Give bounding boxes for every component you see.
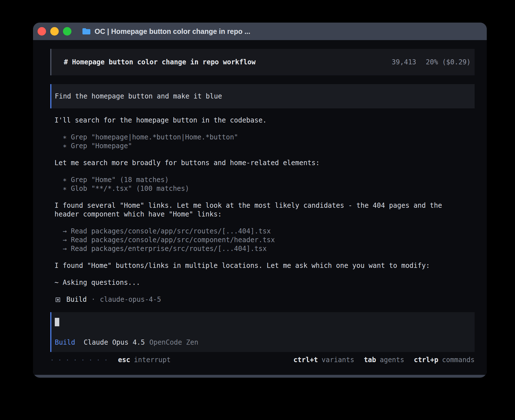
zoom-button[interactable] — [63, 27, 71, 36]
provider-label: OpenCode Zen — [149, 338, 198, 347]
terminal-window: OC | Homepage button color change in rep… — [33, 23, 487, 378]
session-stats: 39,413 20% ($0.29) — [392, 58, 471, 67]
tool-call-line: → Read packages/console/app/src/componen… — [63, 236, 475, 244]
transcript: I'll search for the homepage button in t… — [50, 116, 475, 304]
terminal-content: # Homepage button color change in repo w… — [33, 40, 487, 375]
prompt-input[interactable]: Build Claude Opus 4.5 OpenCode Zen — [50, 312, 475, 352]
agent-name: Build — [66, 295, 87, 304]
assistant-message: I'll search for the homepage button in t… — [54, 116, 475, 125]
traffic-lights — [38, 27, 71, 36]
window-title: OC | Homepage button color change in rep… — [95, 27, 250, 36]
square-dot-icon — [56, 298, 60, 302]
assistant-message: Let me search more broadly for buttons a… — [54, 159, 475, 167]
tool-call-line: ∗ Grep "Home" (18 matches) — [63, 176, 475, 184]
esc-shortcut: esc interrupt — [118, 356, 171, 364]
tool-call-group: ∗ Grep "Home" (18 matches) ∗ Glob "**/*.… — [54, 176, 475, 193]
assistant-status: ~ Asking questions... — [54, 278, 475, 287]
user-message-text: Find the homepage button and make it blu… — [55, 92, 222, 101]
spinner-dots: ········ — [50, 356, 112, 364]
agent-separator: · — [91, 295, 95, 304]
tool-call-line: → Read packages/console/app/src/routes/[… — [63, 227, 475, 236]
token-count: 39,413 — [392, 58, 416, 67]
tool-call-line: ∗ Grep "homepage|home.*button|Home.*butt… — [63, 133, 475, 142]
esc-label: interrupt — [134, 356, 171, 364]
close-button[interactable] — [38, 27, 46, 36]
model-label: Claude Opus 4.5 — [84, 338, 145, 347]
input-meta: Build Claude Opus 4.5 OpenCode Zen — [55, 338, 475, 347]
agent-model: claude-opus-4-5 — [100, 295, 161, 304]
window-titlebar[interactable]: OC | Homepage button color change in rep… — [33, 23, 487, 40]
mode-label: Build — [55, 338, 75, 347]
tool-call-line: → Read packages/enterprise/src/routes/[.… — [63, 244, 475, 253]
session-title: # Homepage button color change in repo w… — [64, 58, 256, 67]
assistant-message: I found several "Home" links. Let me loo… — [54, 201, 475, 219]
shortcut-variants: ctrl+t variants — [293, 356, 354, 364]
agent-status-line: Build · claude-opus-4-5 — [54, 295, 475, 304]
text-cursor — [55, 318, 59, 326]
tool-call-line: ∗ Glob "**/*.tsx" (100 matches) — [63, 184, 475, 193]
user-message: Find the homepage button and make it blu… — [50, 84, 475, 108]
shortcut-agents: tab agents — [364, 356, 404, 364]
assistant-message: I found "Home" buttons/links in multiple… — [54, 261, 475, 270]
tool-call-line: ∗ Grep "Homepage" — [63, 142, 475, 150]
tool-call-group: ∗ Grep "homepage|home.*button|Home.*butt… — [54, 133, 475, 150]
esc-key: esc — [118, 356, 130, 364]
context-cost: 20% ($0.29) — [426, 58, 471, 67]
shortcut-hints: ctrl+t variants tab agents ctrl+p comman… — [293, 356, 475, 364]
shortcut-commands: ctrl+p commands — [414, 356, 475, 364]
folder-icon — [82, 28, 91, 35]
tool-call-group: → Read packages/console/app/src/routes/[… — [54, 227, 475, 253]
minimize-button[interactable] — [50, 27, 59, 36]
session-header: # Homepage button color change in repo w… — [50, 49, 475, 75]
status-bar: ········ esc interrupt ctrl+t variants t… — [50, 356, 475, 364]
